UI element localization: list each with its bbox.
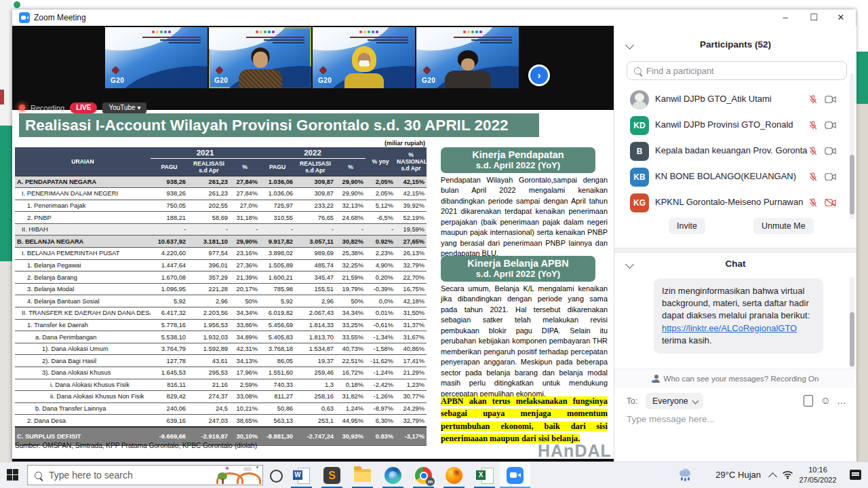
invite-button[interactable]: Invite xyxy=(669,218,705,234)
col-header-pagu-2022: PAGU xyxy=(260,158,295,176)
maximize-button[interactable]: ☐ xyxy=(800,10,827,26)
taskbar-app-edge[interactable] xyxy=(378,462,408,488)
video-tile-1[interactable]: G20 xyxy=(105,27,208,88)
video-tile-2[interactable]: G20 xyxy=(209,27,311,88)
participant-video-man-down xyxy=(437,46,498,88)
youtube-stream-menu[interactable]: YouTube ▾ xyxy=(102,102,146,113)
g20-logo: G20 xyxy=(318,77,332,84)
wave-decoration xyxy=(117,58,208,88)
collapse-participants-icon[interactable] xyxy=(625,41,634,50)
participants-header: Participants (52) xyxy=(614,39,856,53)
g20-logo: G20 xyxy=(422,77,435,84)
participant-row[interactable]: KBKN BONE BOLANGO(KEUANGAN) xyxy=(614,164,856,190)
background-window-left xyxy=(0,0,12,462)
chat-scrollbar-thumb[interactable] xyxy=(850,312,854,367)
col-header-pagu-2021: PAGU xyxy=(151,158,188,176)
recording-label: Recording xyxy=(31,104,64,112)
g20-logo: G20 xyxy=(214,77,228,84)
unmute-me-button[interactable]: Unmute Me xyxy=(753,218,814,234)
participant-row[interactable]: Kanwil DJPb GTO_Atik Utami xyxy=(614,87,856,113)
taskbar-search-input[interactable]: Type here to search xyxy=(27,465,263,485)
taskbar-app-excel[interactable]: X xyxy=(469,462,500,488)
close-button[interactable]: ✕ xyxy=(827,10,854,26)
shared-screen-area: G20G20G20G20 › Recording LIVE YouTube ▾ … xyxy=(12,26,614,462)
table-row: I. PENERIMAAN DALAM NEGERI938,26261,2327… xyxy=(15,188,427,200)
recipient-dropdown[interactable]: Everyone xyxy=(646,393,703,409)
window-title-bar[interactable]: Zoom Meeting – ☐ ✕ xyxy=(12,10,856,26)
search-daily-image xyxy=(216,466,261,484)
table-row: b. Dana Transfer Lainnya240,0624,510,21%… xyxy=(15,402,427,415)
file-attach-icon[interactable] xyxy=(804,395,813,407)
col-group-2021: 2021 xyxy=(151,147,260,158)
weather-text[interactable]: 29°C Hujan xyxy=(715,470,761,480)
flag-icons xyxy=(256,31,292,33)
video-tile-4[interactable]: G20 xyxy=(416,27,519,88)
emoji-icon[interactable]: ☺ xyxy=(821,394,831,406)
live-badge: LIVE xyxy=(70,102,97,113)
slide-title: Realisasi I-Account Wilayah Provinsi Gor… xyxy=(19,113,539,137)
table-row: 2. PNBP188,2158,6931,18%310,5576,6524,68… xyxy=(15,212,427,224)
tray-date: 27/05/2022 xyxy=(793,475,842,485)
panel-body-belanja: Secara umum, Belanja K/L mengalami kenai… xyxy=(441,284,608,399)
panel-highlight: APBN akan terus melaksanakan fungsinya s… xyxy=(441,395,608,445)
taskbar-clock[interactable]: 10:16 27/05/2022 xyxy=(793,465,842,485)
search-placeholder: Find a participant xyxy=(646,66,714,76)
source-note: Sumber: OMSPAN, Simtrada, KPP Pratama Go… xyxy=(15,442,257,449)
taskbar-app-explorer[interactable] xyxy=(347,462,378,488)
person-icon xyxy=(652,375,660,383)
taskbar: Type here to search WSmX 29°C Hujan 10:1… xyxy=(0,462,868,488)
camera-off-icon xyxy=(825,198,836,207)
g20-logo: G20 xyxy=(111,77,124,84)
participant-row[interactable]: KGKPKNL Gorontalo-Meiseno Purnawan xyxy=(614,190,856,216)
action-center-icon[interactable] xyxy=(850,470,861,480)
participant-search-input[interactable]: Find a participant xyxy=(627,61,847,80)
participant-name: KPKNL Gorontalo-Meiseno Purnawan xyxy=(655,197,803,207)
taskbar-app-zoom[interactable] xyxy=(500,462,530,488)
panel-title-line2: s.d. April 2022 (YoY) xyxy=(441,160,595,170)
participant-row[interactable]: KDKanwil DJPb Provinsi GTO_Ronald xyxy=(614,113,856,138)
table-row: 1. Belanja Pegawai1.447,64396,0127,36%1.… xyxy=(15,259,427,271)
chat-message-input[interactable]: Type message here... xyxy=(627,414,715,424)
cortana-icon[interactable] xyxy=(270,470,283,483)
participants-scrollbar-thumb[interactable] xyxy=(850,155,854,214)
taskbar-app-chrome[interactable]: m xyxy=(408,462,439,488)
chat-message-link[interactable]: https://linktr.ee/ALCoRegionalGTO xyxy=(662,323,797,333)
tray-chevron-up-icon[interactable] xyxy=(768,472,777,481)
zoom-app-icon xyxy=(19,12,30,23)
tile-caption-text xyxy=(142,35,201,43)
avatar: B xyxy=(630,142,649,161)
panel-title-belanja: Kinerja Belanja APBN s.d. April 2022 (Yo… xyxy=(441,256,595,282)
handal-logo: HAnDAL xyxy=(538,441,612,461)
chat-scrollbar xyxy=(850,277,854,369)
participants-scrollbar xyxy=(850,73,854,219)
mic-muted-icon xyxy=(808,94,818,105)
minimize-button[interactable]: – xyxy=(772,10,799,26)
weather-icon[interactable] xyxy=(678,468,693,482)
taskbar-app-sublime[interactable]: S xyxy=(317,462,347,488)
next-videos-button[interactable]: › xyxy=(528,64,550,86)
avatar: KD xyxy=(630,116,649,135)
participant-video-woman-hijab xyxy=(334,46,395,88)
panel-title-line2: s.d. April 2022 (YoY) xyxy=(441,269,595,279)
taskbar-app-word[interactable]: W xyxy=(286,462,317,488)
wifi-icon[interactable] xyxy=(782,470,793,482)
table-row: II. TRANSFER KE DAERAH DAN DANA DESA6.41… xyxy=(15,307,427,320)
more-options-icon[interactable]: … xyxy=(837,395,847,406)
start-button[interactable] xyxy=(7,469,19,481)
flag-icons xyxy=(152,31,189,33)
tile-caption-text xyxy=(246,35,304,43)
background-green-dot xyxy=(14,1,20,8)
participant-row[interactable]: BKepala badan keuangan Prov. Gorontalo xyxy=(614,138,856,164)
taskbar-app-firefox[interactable] xyxy=(439,462,469,488)
table-row: A. PENDAPATAN NEGARA938,26261,2327,84%1.… xyxy=(15,176,427,188)
chat-message-text: Izin menginformasikan bahwa virtual back… xyxy=(662,286,810,320)
zoom-meeting-window: Zoom Meeting – ☐ ✕ G20G20G20G20 › Record… xyxy=(12,10,856,462)
background-green-strip xyxy=(856,52,868,104)
collapse-chat-icon[interactable] xyxy=(625,260,634,269)
camera-icon xyxy=(825,95,836,104)
video-tile-3[interactable]: G20 xyxy=(313,27,415,88)
chat-privacy-note[interactable]: Who can see your messages? Recording On xyxy=(614,369,856,388)
background-green-strip xyxy=(0,126,12,261)
camera-icon xyxy=(825,172,836,181)
table-row: 2. Dana Desa639,16247,0338,65%563,13253,… xyxy=(15,415,427,427)
